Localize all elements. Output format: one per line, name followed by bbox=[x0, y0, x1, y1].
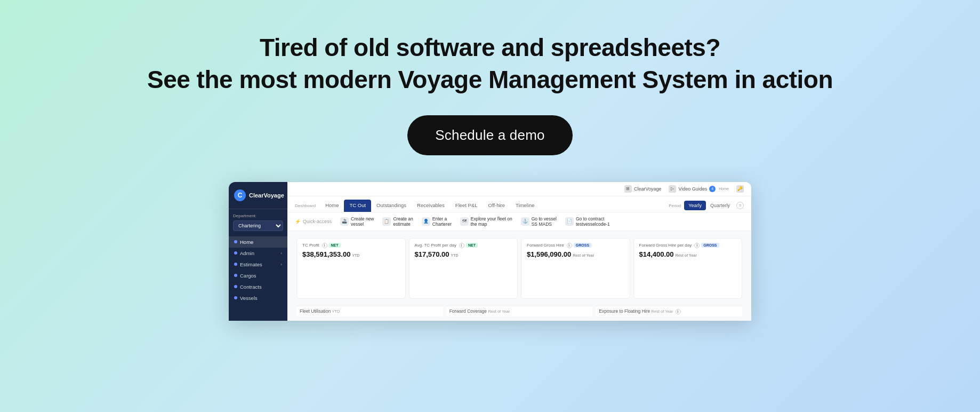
fgh-badge: GROSS bbox=[574, 243, 591, 248]
tc-profit-badge: NET bbox=[329, 243, 341, 248]
topbar-video-guides[interactable]: ▷ Video Guides 4 Home bbox=[669, 185, 729, 193]
bottom-metrics: Fleet Utilisation YTD Forward Coverage R… bbox=[287, 306, 751, 321]
cargos-dot-icon bbox=[234, 274, 237, 277]
avg-tc-info-icon[interactable]: ℹ bbox=[459, 243, 464, 248]
tab-off-hire[interactable]: Off-hire bbox=[483, 200, 511, 212]
sidebar-item-admin-label: Admin bbox=[240, 250, 254, 256]
avg-tc-period: YTD bbox=[451, 253, 459, 257]
schedule-demo-button[interactable]: Schedule a demo bbox=[407, 115, 572, 155]
period-tab-yearly[interactable]: Yearly bbox=[684, 201, 706, 210]
sidebar-item-home-label: Home bbox=[240, 239, 253, 245]
map-icon: 🗺 bbox=[460, 217, 469, 226]
tab-tc-out[interactable]: TC Out bbox=[344, 200, 371, 212]
quick-access-bar: ⚡ Quick-access 🚢 Create newvessel 📋 Crea… bbox=[287, 212, 751, 231]
fleet-util-period: YTD bbox=[332, 309, 340, 314]
home-dot-icon bbox=[234, 240, 237, 243]
quick-goto-contract[interactable]: 📄 Go to contracttestvesselcode-1 bbox=[565, 216, 610, 227]
fghd-period: Rest of Year bbox=[676, 253, 697, 257]
tab-fleet-pl[interactable]: Fleet P&L bbox=[450, 200, 483, 212]
metric-tc-profit-label: TC Profit ℹ NET bbox=[302, 243, 400, 248]
forward-cov-period: Rest of Year bbox=[488, 309, 510, 314]
estimate-icon: 📋 bbox=[382, 217, 391, 226]
tab-receivables[interactable]: Receivables bbox=[412, 200, 450, 212]
dashboard-label: Dashboard bbox=[295, 203, 316, 208]
hero-line2: See the most modern Voyage Management Sy… bbox=[147, 64, 833, 96]
fgh-info-icon[interactable]: ℹ bbox=[567, 243, 572, 248]
hero-title: Tired of old software and spreadsheets? … bbox=[147, 32, 833, 96]
topbar-video-guides-label: Video Guides bbox=[678, 186, 707, 192]
sidebar-item-estimates[interactable]: Estimates › bbox=[229, 259, 287, 270]
bottom-forward-coverage: Forward Coverage Rest of Year bbox=[446, 306, 593, 316]
main-content: ⊞ ClearVoyage ▷ Video Guides 4 Home 🔑 Da… bbox=[287, 182, 751, 321]
tc-profit-info-icon[interactable]: ℹ bbox=[322, 243, 327, 248]
sidebar-logo: C ClearVoyage bbox=[229, 189, 287, 209]
fghd-badge: GROSS bbox=[701, 243, 719, 248]
metric-avg-tc-profit-label: Avg. TC Profit per day ℹ NET bbox=[415, 243, 512, 248]
bottom-fleet-utilisation: Fleet Utilisation YTD bbox=[296, 306, 443, 316]
charterer-icon: 👤 bbox=[422, 217, 430, 226]
quick-explore-map[interactable]: 🗺 Explore your fleet onthe map bbox=[460, 216, 512, 227]
exposure-info-icon[interactable]: ℹ bbox=[676, 309, 681, 314]
sidebar-item-vessels-label: Vessels bbox=[240, 295, 258, 301]
quick-access-label: ⚡ Quick-access bbox=[295, 219, 332, 224]
sidebar-item-home[interactable]: Home bbox=[229, 236, 287, 248]
metric-fghd-value: $14,400.00Rest of Year bbox=[639, 250, 737, 258]
avg-tc-badge: NET bbox=[466, 243, 478, 248]
vessels-dot-icon bbox=[234, 296, 237, 299]
estimates-dot-icon bbox=[234, 263, 237, 266]
metric-fgh-label: Forward Gross Hire ℹ GROSS bbox=[527, 243, 624, 248]
metric-forward-gross-hire: Forward Gross Hire ℹ GROSS $1,596,090.00… bbox=[521, 238, 630, 299]
metric-avg-tc-profit: Avg. TC Profit per day ℹ NET $17,570.00Y… bbox=[409, 238, 518, 299]
page-wrapper: Tired of old software and spreadsheets? … bbox=[0, 0, 980, 412]
bottom-exposure-floating: Exposure to Floating Hire Rest of Year ℹ bbox=[596, 306, 742, 316]
topbar-home-sub: Home bbox=[719, 187, 729, 191]
period-tab-quarterly[interactable]: Quarterly bbox=[706, 201, 734, 210]
topbar-clearvoyage[interactable]: ⊞ ClearVoyage bbox=[624, 185, 662, 193]
logo-icon: C bbox=[234, 189, 246, 201]
sidebar: C ClearVoyage Department: Chartering Hom… bbox=[229, 182, 287, 321]
metrics-grid: TC Profit ℹ NET $38,591,353.00YTD Avg. T… bbox=[287, 231, 751, 306]
app-screenshot: C ClearVoyage Department: Chartering Hom… bbox=[229, 182, 751, 321]
hero-line1: Tired of old software and spreadsheets? bbox=[147, 32, 833, 64]
metric-avg-tc-value: $17,570.00YTD bbox=[415, 250, 512, 258]
metric-fghd-label: Forward Gross Hire per day ℹ GROSS bbox=[639, 243, 737, 248]
sidebar-item-contracts-label: Contracts bbox=[240, 284, 262, 290]
sidebar-item-estimates-label: Estimates bbox=[240, 262, 262, 267]
quick-create-vessel[interactable]: 🚢 Create newvessel bbox=[340, 216, 374, 227]
topbar-clearvoyage-label: ClearVoyage bbox=[634, 186, 662, 192]
topbar-key[interactable]: 🔑 bbox=[736, 185, 744, 193]
metric-tc-profit-value: $38,591,353.00YTD bbox=[302, 250, 400, 258]
fghd-info-icon[interactable]: ℹ bbox=[694, 243, 700, 248]
lightning-icon: ⚡ bbox=[295, 219, 301, 224]
top-bar: ⊞ ClearVoyage ▷ Video Guides 4 Home 🔑 bbox=[287, 182, 751, 196]
video-icon: ▷ bbox=[669, 185, 676, 193]
nav-tabs: Dashboard Home TC Out Outstandings Recei… bbox=[287, 196, 751, 212]
metric-fgh-value: $1,596,090.00Rest of Year bbox=[527, 250, 624, 258]
sidebar-item-cargos-label: Cargos bbox=[240, 273, 256, 279]
tab-timeline[interactable]: Timeline bbox=[510, 200, 540, 212]
dept-label: Department: bbox=[229, 213, 287, 220]
exposure-period: Rest of Year bbox=[652, 309, 673, 314]
quick-goto-vessel[interactable]: ⚓ Go to vesselSS MADS bbox=[521, 216, 557, 227]
sidebar-item-admin[interactable]: Admin › bbox=[229, 248, 287, 259]
grid-icon: ⊞ bbox=[624, 185, 632, 193]
tab-outstandings[interactable]: Outstandings bbox=[371, 200, 412, 212]
vessel-icon: 🚢 bbox=[340, 217, 349, 226]
nav-help-icon[interactable]: ? bbox=[736, 202, 744, 209]
logo-text: ClearVoyage bbox=[249, 192, 284, 199]
tab-home[interactable]: Home bbox=[320, 200, 344, 212]
sidebar-item-contracts[interactable]: Contracts bbox=[229, 281, 287, 292]
hero-section: Tired of old software and spreadsheets? … bbox=[147, 32, 833, 96]
admin-dot-icon bbox=[234, 251, 237, 255]
metric-tc-profit: TC Profit ℹ NET $38,591,353.00YTD bbox=[296, 238, 406, 299]
vessel-link-icon: ⚓ bbox=[521, 217, 529, 226]
video-guides-badge: 4 bbox=[709, 186, 716, 192]
metric-fgh-per-day: Forward Gross Hire per day ℹ GROSS $14,4… bbox=[633, 238, 743, 299]
fgh-period: Rest of Year bbox=[573, 253, 594, 257]
period-label: Period bbox=[669, 203, 681, 208]
sidebar-item-vessels[interactable]: Vessels bbox=[229, 292, 287, 304]
dept-select[interactable]: Chartering bbox=[233, 220, 283, 231]
quick-create-estimate[interactable]: 📋 Create anestimate bbox=[382, 216, 413, 227]
quick-enter-charterer[interactable]: 👤 Enter aCharterer bbox=[422, 216, 452, 227]
sidebar-item-cargos[interactable]: Cargos bbox=[229, 270, 287, 281]
